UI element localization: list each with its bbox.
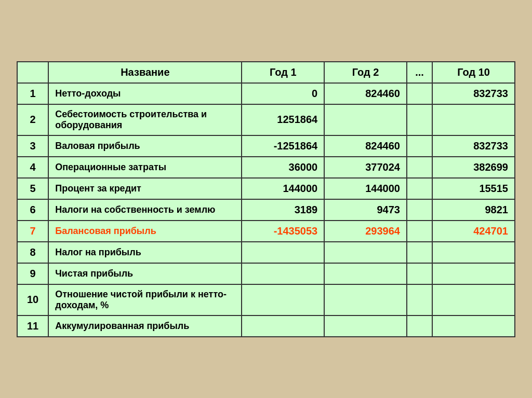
header-dots: ... [407, 62, 432, 83]
row-dots [407, 83, 432, 104]
row-year1: 3189 [242, 199, 324, 221]
row-year1: 36000 [242, 157, 324, 178]
row-name: Нетто-доходы [48, 83, 242, 104]
row-dots [407, 135, 432, 157]
header-num [17, 62, 48, 83]
row-name: Чистая прибыль [48, 263, 242, 284]
financial-table: Название Год 1 Год 2 ... Год 10 1Нетто-д… [17, 61, 515, 337]
row-year10 [432, 315, 515, 337]
table-row: 8Налог на прибыль [17, 242, 515, 263]
row-number: 10 [17, 284, 48, 315]
table-body: 1Нетто-доходы08244608327332Себестоимость… [17, 83, 515, 337]
row-year1: -1251864 [242, 135, 324, 157]
row-dots [407, 315, 432, 337]
row-number: 3 [17, 135, 48, 157]
row-year2: 824460 [324, 135, 407, 157]
row-dots [407, 104, 432, 135]
table-row: 6Налоги на собственность и землю31899473… [17, 199, 515, 221]
row-year10 [432, 242, 515, 263]
table-row: 2Себестоимость строительства и оборудова… [17, 104, 515, 135]
row-year2: 9473 [324, 199, 407, 221]
row-year2 [324, 242, 407, 263]
row-year10 [432, 284, 515, 315]
table-header-row: Название Год 1 Год 2 ... Год 10 [17, 62, 515, 83]
row-dots [407, 157, 432, 178]
header-year10: Год 10 [432, 62, 515, 83]
row-year2: 293964 [324, 221, 407, 242]
row-year2 [324, 284, 407, 315]
row-year10: 382699 [432, 157, 515, 178]
row-year10: 832733 [432, 135, 515, 157]
row-year1: 0 [242, 83, 324, 104]
row-number: 9 [17, 263, 48, 284]
row-name: Себестоимость строительства и оборудован… [48, 104, 242, 135]
row-name: Налог на прибыль [48, 242, 242, 263]
row-year10 [432, 263, 515, 284]
table-row: 9Чистая прибыль [17, 263, 515, 284]
table-row: 10Отношение чистой прибыли к нетто-доход… [17, 284, 515, 315]
row-name: Балансовая прибыль [48, 221, 242, 242]
table-container: Название Год 1 Год 2 ... Год 10 1Нетто-д… [0, 0, 532, 398]
row-year2 [324, 104, 407, 135]
row-number: 2 [17, 104, 48, 135]
table-row: 3Валовая прибыль-1251864824460832733 [17, 135, 515, 157]
row-number: 8 [17, 242, 48, 263]
row-dots [407, 284, 432, 315]
row-year1 [242, 242, 324, 263]
header-year2: Год 2 [324, 62, 407, 83]
row-year1 [242, 284, 324, 315]
row-year2 [324, 263, 407, 284]
row-year1 [242, 263, 324, 284]
row-dots [407, 178, 432, 199]
table-row: 4Операционные затраты36000377024382699 [17, 157, 515, 178]
row-name: Налоги на собственность и землю [48, 199, 242, 221]
row-year1: 1251864 [242, 104, 324, 135]
row-year10: 424701 [432, 221, 515, 242]
row-name: Валовая прибыль [48, 135, 242, 157]
row-year2: 144000 [324, 178, 407, 199]
row-dots [407, 221, 432, 242]
row-name: Аккумулированная прибыль [48, 315, 242, 337]
row-year2: 377024 [324, 157, 407, 178]
row-dots [407, 263, 432, 284]
row-year2: 824460 [324, 83, 407, 104]
row-number: 5 [17, 178, 48, 199]
header-year1: Год 1 [242, 62, 324, 83]
table-row: 7Балансовая прибыль-1435053293964424701 [17, 221, 515, 242]
row-number: 6 [17, 199, 48, 221]
row-year1 [242, 315, 324, 337]
table-row: 5Процент за кредит14400014400015515 [17, 178, 515, 199]
row-name: Операционные затраты [48, 157, 242, 178]
row-number: 7 [17, 221, 48, 242]
row-name: Процент за кредит [48, 178, 242, 199]
row-dots [407, 199, 432, 221]
row-year10 [432, 104, 515, 135]
table-row: 1Нетто-доходы0824460832733 [17, 83, 515, 104]
row-year10: 832733 [432, 83, 515, 104]
row-number: 4 [17, 157, 48, 178]
row-dots [407, 242, 432, 263]
row-year1: -1435053 [242, 221, 324, 242]
table-row: 11Аккумулированная прибыль [17, 315, 515, 337]
row-year10: 9821 [432, 199, 515, 221]
header-name: Название [48, 62, 242, 83]
row-number: 11 [17, 315, 48, 337]
row-name: Отношение чистой прибыли к нетто-доходам… [48, 284, 242, 315]
row-number: 1 [17, 83, 48, 104]
row-year2 [324, 315, 407, 337]
row-year1: 144000 [242, 178, 324, 199]
row-year10: 15515 [432, 178, 515, 199]
